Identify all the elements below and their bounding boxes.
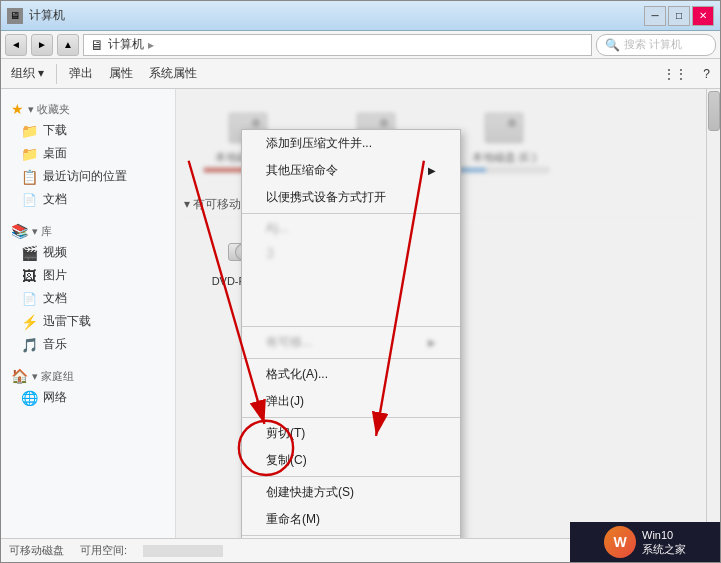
sidebar-item-recent[interactable]: 📋 最近访问的位置 [1,165,175,188]
sidebar-item-pictures[interactable]: 🖼 图片 [1,264,175,287]
ctx-cut[interactable]: 剪切(T) [242,420,460,447]
ctx-shortcut[interactable]: 创建快捷方式(S) [242,479,460,506]
brand-bar: W Win10 系统之家 [570,522,720,562]
sidebar-item-desktop[interactable]: 📁 桌面 [1,142,175,165]
maximize-button[interactable]: □ [668,6,690,26]
ctx-copy[interactable]: 复制(C) [242,447,460,474]
folder-icon: 📁 [21,123,37,139]
window-title: 计算机 [29,7,644,24]
music-icon: 🎵 [21,337,37,353]
ctx-blurred2[interactable]: ;) [242,240,460,264]
brand-logo: W [604,526,636,558]
ctx-add-to-archive[interactable]: 添加到压缩文件并... [242,130,460,157]
ctx-rename[interactable]: 重命名(M) [242,506,460,533]
ctx-sep4 [242,417,460,418]
ctx-copy-label: 复制(C) [266,452,307,469]
sidebar-item-download[interactable]: 📁 下载 [1,119,175,142]
forward-button[interactable]: ► [31,34,53,56]
ctx-blurred5[interactable] [242,304,460,324]
ctx-other-compress-label: 其他压缩命令 [266,162,338,179]
ctx-open-portable[interactable]: 以便携式设备方式打开 [242,184,460,211]
ctx-sep3 [242,358,460,359]
ctx-shortcut-label: 创建快捷方式(S) [266,484,354,501]
ctx-blurred6[interactable]: 有可移... ▶ [242,329,460,356]
status-free-value [143,545,223,557]
drive-e[interactable]: 本地磁盘 (E:) [444,101,564,180]
star-icon: ★ [11,101,24,117]
ctx-arrow2: ▶ [428,165,436,176]
back-button[interactable]: ◄ [5,34,27,56]
video-icon: 🎬 [21,245,37,261]
eject-button[interactable]: 弹出 [65,63,97,84]
context-menu: 添加到压缩文件并... 其他压缩命令 ▶ 以便携式设备方式打开 A)... ;) [241,129,461,538]
ctx-rename-label: 重命名(M) [266,511,320,528]
ctx-add-archive-label: 添加到压缩文件并... [266,135,372,152]
sidebar-item-thunder[interactable]: ⚡ 迅雷下载 [1,310,175,333]
organize-button[interactable]: 组织 ▾ [7,63,48,84]
ctx-blurred4[interactable] [242,284,460,304]
main-window: 🖥 计算机 ─ □ ✕ ◄ ► ▲ 🖥 计算机 ▸ 🔍 搜索 计算机 组织 ▾ … [0,0,721,563]
lib-icon: 📚 [11,223,28,239]
title-bar: 🖥 计算机 ─ □ ✕ [1,1,720,31]
close-button[interactable]: ✕ [692,6,714,26]
pictures-icon: 🖼 [21,268,37,284]
main-area: ★ ▾ 收藏夹 📁 下载 📁 桌面 📋 最近访问的位置 📄 文档 📚 [1,89,720,538]
ctx-cut-label: 剪切(T) [266,425,305,442]
ctx-sep6 [242,535,460,536]
help-button[interactable]: ? [699,65,714,83]
sidebar-item-video[interactable]: 🎬 视频 [1,241,175,264]
toolbar: 组织 ▾ 弹出 属性 系统属性 ⋮⋮ ? [1,59,720,89]
status-drive-label: 可移动磁盘 [9,543,64,558]
doc-icon: 📄 [21,192,37,208]
sidebar-item-network[interactable]: 🌐 网络 [1,386,175,409]
system-props-button[interactable]: 系统属性 [145,63,201,84]
ctx-sep1 [242,213,460,214]
brand-text: Win10 系统之家 [642,528,686,557]
ctx-format[interactable]: 格式化(A)... [242,361,460,388]
toolbar-sep1 [56,64,57,84]
sidebar-item-music[interactable]: 🎵 音乐 [1,333,175,356]
search-box[interactable]: 🔍 搜索 计算机 [596,34,716,56]
up-button[interactable]: ▲ [57,34,79,56]
ctx-blurred1[interactable]: A)... [242,216,460,240]
address-input[interactable]: 🖥 计算机 ▸ [83,34,592,56]
progress-e [459,167,549,173]
ctx-format-label: 格式化(A)... [266,366,328,383]
homegroup-section[interactable]: 🏠 ▾ 家庭组 [1,364,175,386]
ctx-eject[interactable]: 弹出(J) [242,388,460,415]
scrollbar-vertical[interactable] [706,89,720,538]
search-placeholder: 搜索 计算机 [624,37,682,52]
favorites-section[interactable]: ★ ▾ 收藏夹 [1,97,175,119]
address-bar: ◄ ► ▲ 🖥 计算机 ▸ 🔍 搜索 计算机 [1,31,720,59]
recent-icon: 📋 [21,169,37,185]
network-icon: 🌐 [21,390,37,406]
ctx-eject-label: 弹出(J) [266,393,304,410]
ctx-other-compress[interactable]: 其他压缩命令 ▶ [242,157,460,184]
minimize-button[interactable]: ─ [644,6,666,26]
library-section[interactable]: 📚 ▾ 库 [1,219,175,241]
sidebar: ★ ▾ 收藏夹 📁 下载 📁 桌面 📋 最近访问的位置 📄 文档 📚 [1,89,176,538]
thunder-icon: ⚡ [21,314,37,330]
sidebar-item-docs[interactable]: 📄 文档 [1,188,175,211]
ctx-blurred3[interactable] [242,264,460,284]
doc-icon2: 📄 [21,291,37,307]
status-free-label: 可用空间: [80,543,127,558]
home-icon: 🏠 [11,368,28,384]
window-icon: 🖥 [7,8,23,24]
sidebar-item-documents[interactable]: 📄 文档 [1,287,175,310]
hdd-icon-e [480,108,528,148]
ctx-sep2 [242,326,460,327]
ctx-sep5 [242,476,460,477]
view-icons-button[interactable]: ⋮⋮ [659,65,691,83]
ctx-open-portable-label: 以便携式设备方式打开 [266,189,386,206]
window-controls: ─ □ ✕ [644,6,714,26]
properties-button[interactable]: 属性 [105,63,137,84]
folder-icon: 📁 [21,146,37,162]
